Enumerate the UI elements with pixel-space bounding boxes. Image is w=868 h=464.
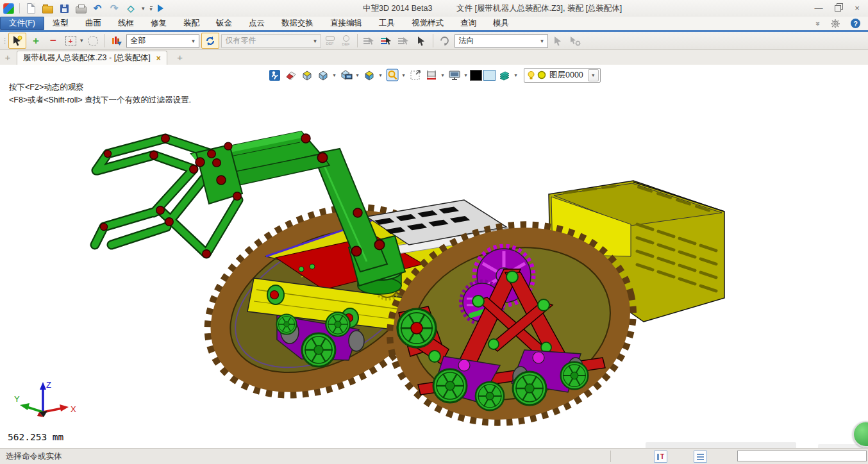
shade-mode-button[interactable]: [315, 68, 330, 82]
zoom-button[interactable]: [385, 68, 399, 82]
menu-inquire[interactable]: 查询: [452, 17, 485, 30]
lasso-pick-button[interactable]: [85, 33, 101, 48]
menu-mold[interactable]: 模具: [485, 17, 517, 30]
save-button[interactable]: [58, 3, 70, 14]
foreground-color-swatch[interactable]: [470, 70, 482, 81]
restore-defaults-button: DEF: [323, 33, 337, 48]
display-mode-button[interactable]: [338, 68, 353, 82]
orientation-combo[interactable]: 法向 ▾: [455, 34, 548, 48]
pick-list-filtered-button[interactable]: [379, 33, 394, 48]
menu-wireframe[interactable]: 线框: [110, 17, 142, 30]
remove-from-selection-button[interactable]: −: [46, 33, 61, 48]
separator: [19, 3, 20, 13]
prompt-hint-line2: <F8>或者<Shift-roll> 查找下一个有效的过滤器设置.: [9, 95, 191, 106]
menu-data-exchange[interactable]: 数据交换: [273, 17, 322, 30]
menu-visual-style[interactable]: 视觉样式: [403, 17, 452, 30]
menu-sheetmetal[interactable]: 钣金: [208, 17, 240, 30]
undo-button[interactable]: ↶: [92, 3, 103, 14]
pick-cursor-button[interactable]: [413, 33, 429, 48]
separator: [610, 451, 611, 462]
show-target-button[interactable]: [299, 68, 314, 82]
list-toggle-button[interactable]: [694, 451, 707, 463]
shade-mode-dropdown[interactable]: ▾: [331, 72, 337, 78]
screen-display-button[interactable]: [447, 68, 462, 82]
status-input[interactable]: [737, 451, 867, 461]
clip-plane-button[interactable]: [424, 68, 438, 82]
restore-button[interactable]: [835, 5, 841, 12]
tab-assembly-document[interactable]: 履带机器人总装配体.Z3 - [总装配体] ×: [17, 51, 167, 65]
window-pick-button[interactable]: +: [63, 33, 78, 48]
add-tab-button[interactable]: +: [172, 51, 188, 65]
prompt-toggle-button[interactable]: T: [654, 451, 667, 463]
view-cube-dropdown[interactable]: ▾: [378, 72, 383, 78]
menu-shape[interactable]: 造型: [44, 17, 77, 30]
menu-file[interactable]: 文件(F): [0, 17, 44, 30]
selection-toolbar: ⋮ + − + ▾ 全部 ▾ 仅有零件 ▾ DEF DEF: [0, 32, 868, 50]
toolbar-drag-handle[interactable]: ⋮: [1, 37, 6, 45]
menu-surface[interactable]: 曲面: [77, 17, 110, 30]
status-prompt: 选择命令或实体: [6, 451, 62, 462]
cube-icon: [317, 69, 330, 81]
active-layer-combo[interactable]: 图层0000 ▾: [524, 68, 601, 83]
erase-button[interactable]: [283, 68, 298, 82]
layer-dropdown[interactable]: ▾: [588, 69, 599, 81]
open-file-button[interactable]: [42, 3, 53, 14]
zoom-dropdown[interactable]: ▾: [401, 72, 406, 78]
settings-gear-icon[interactable]: [830, 19, 840, 29]
play-icon[interactable]: [158, 4, 163, 12]
pick-from-list-button[interactable]: [201, 33, 219, 49]
display-mode-dropdown[interactable]: ▾: [355, 72, 360, 78]
view-orient-button[interactable]: ◇: [125, 3, 137, 14]
print-button[interactable]: [75, 3, 87, 14]
app-logo-icon[interactable]: [3, 3, 14, 14]
menu-pointcloud[interactable]: 点云: [240, 17, 273, 30]
cursor-icon: [385, 37, 392, 46]
screen-display-dropdown[interactable]: ▾: [463, 72, 469, 78]
background-color-swatch[interactable]: [483, 70, 496, 81]
view-cube-button[interactable]: [362, 68, 376, 82]
new-document-tab-button[interactable]: +: [0, 51, 15, 65]
clip-plane-dropdown[interactable]: ▾: [440, 72, 446, 78]
separator: [104, 34, 105, 47]
pick-filter-button[interactable]: [8, 33, 26, 49]
layer-manager-button[interactable]: [497, 68, 512, 82]
help-icon[interactable]: ?: [851, 19, 860, 28]
view-orient-dropdown[interactable]: ▾: [142, 6, 145, 12]
menu-assembly[interactable]: 装配: [175, 17, 208, 30]
minus-icon: −: [50, 35, 56, 47]
axis-z-label: Z: [46, 380, 51, 390]
menu-direct-edit[interactable]: 直接编辑: [322, 17, 371, 30]
layer-manager-dropdown[interactable]: ▾: [513, 72, 519, 78]
redo-button[interactable]: ↷: [108, 3, 120, 14]
menu-repair[interactable]: 修复: [142, 17, 175, 30]
customize-qat-button[interactable]: ▾: [150, 6, 153, 11]
filter-scope-combo[interactable]: 全部 ▾: [126, 34, 199, 48]
tab-close-icon[interactable]: ×: [156, 54, 161, 63]
cube-monitor-icon: [340, 69, 353, 81]
window-pick-dropdown[interactable]: ▾: [80, 38, 83, 44]
document-tab-bar: + 履带机器人总装配体.Z3 - [总装配体] × +: [0, 50, 868, 65]
close-button[interactable]: ×: [853, 4, 862, 12]
assembly-3d-model[interactable]: [0, 65, 868, 448]
chevron-down-icon[interactable]: ▾: [188, 38, 199, 44]
color-filter-button[interactable]: [109, 33, 124, 48]
menu-tools[interactable]: 工具: [371, 17, 403, 30]
reorient-button[interactable]: [437, 33, 453, 48]
chevron-down-icon[interactable]: ▾: [537, 38, 547, 44]
cursor-bulb-icon: [12, 35, 23, 47]
exit-observe-button[interactable]: [267, 68, 282, 82]
add-to-selection-button[interactable]: +: [28, 33, 44, 48]
chevron-down-icon: ▾: [310, 38, 321, 44]
text-panel-icon: T: [657, 454, 664, 460]
gripper-claw: [95, 138, 242, 254]
layer-color-icon: [537, 70, 546, 79]
box-yellow-icon: [301, 69, 313, 81]
layers-book-icon: [498, 69, 511, 81]
new-file-button[interactable]: [25, 3, 37, 14]
plus-icon: +: [33, 35, 39, 47]
ribbon-collapse-icon[interactable]: «: [814, 21, 822, 26]
zoom-extents-button[interactable]: [408, 68, 422, 82]
graphics-viewport[interactable]: 按下<F2>动态的观察 <F8>或者<Shift-roll> 查找下一个有效的过…: [0, 65, 868, 448]
minimize-button[interactable]: —: [814, 4, 823, 12]
filter-scope-value: 全部: [131, 35, 146, 46]
